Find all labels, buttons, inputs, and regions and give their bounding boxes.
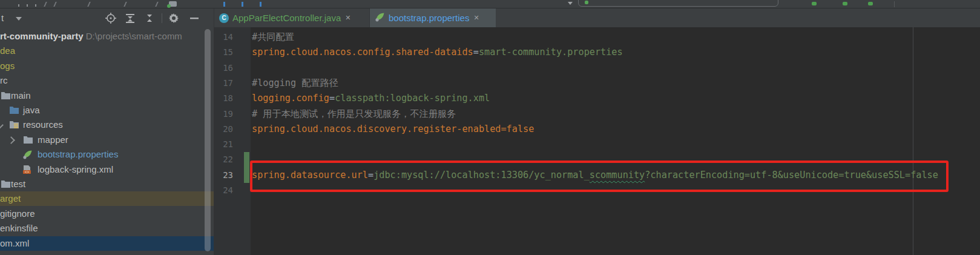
editor-tab-bar: CAppParElectController.java✕bootstrap.pr…	[214, 8, 980, 27]
project-root-row[interactable]: rt-community-party D:\projects\smart-com…	[0, 29, 214, 44]
code-segment: spring.cloud.nacos.config.shared-dataids	[252, 47, 473, 58]
tree-item-label: main	[11, 90, 31, 101]
run-icon-fragment[interactable]	[812, 2, 817, 5]
chevron-down-icon[interactable]	[0, 122, 4, 130]
code-segment: spring.datasource.url	[252, 170, 368, 180]
code-segment: =	[368, 170, 373, 180]
folder-icon	[1, 91, 11, 101]
toolbar-separator	[162, 13, 162, 23]
tree-item-label: om.xml	[0, 238, 29, 248]
code-line-22[interactable]	[251, 152, 252, 167]
code-line-20[interactable]: spring.cloud.nacos.discovery.register-en…	[251, 122, 534, 137]
code-segment: =	[473, 47, 479, 58]
tree-row-resources[interactable]: resources	[0, 118, 214, 132]
tree-item-label: java	[23, 105, 40, 115]
collapse-all-icon[interactable]	[143, 12, 156, 24]
tree-row-enkinsfile[interactable]: enkinsfile	[0, 221, 214, 236]
code-segment: #共同配置	[252, 31, 294, 42]
xml-file-icon: <>	[22, 165, 33, 174]
code-line-24[interactable]	[251, 183, 252, 198]
navbar-blue-tick	[242, 2, 243, 7]
breadcrumb-text-fragment	[27, 4, 28, 7]
close-icon[interactable]: ✕	[473, 15, 479, 21]
line-number: 22	[214, 152, 233, 167]
folder-resources-icon	[9, 120, 19, 130]
code-line-14[interactable]: #共同配置	[251, 30, 294, 45]
line-number: 18	[214, 91, 233, 106]
tree-row-gitignore[interactable]: gitignore	[0, 207, 214, 221]
tab-label: bootstrap.properties	[389, 13, 469, 23]
tree-item-label: enkinsfile	[0, 223, 38, 233]
code-segment: # 用于本地测试，作用是只发现服务，不注册服务	[252, 108, 456, 119]
code-line-23[interactable]: spring.datasource.url=jdbc:mysql://local…	[251, 168, 938, 183]
tree-row-dea[interactable]: dea	[0, 44, 214, 58]
folder-java-icon	[9, 105, 19, 115]
code-segment: ?characterEncoding=utf-8&useUnicode=true…	[645, 170, 938, 180]
code-line-16[interactable]	[251, 61, 252, 76]
close-icon[interactable]: ✕	[345, 15, 350, 21]
navbar-blue-tick	[260, 2, 261, 7]
code-line-15[interactable]: spring.cloud.nacos.config.shared-dataids…	[251, 45, 623, 60]
tree-row-test[interactable]: test	[0, 177, 214, 191]
code-line-19[interactable]: # 用于本地测试，作用是只发现服务，不注册服务	[251, 107, 456, 122]
tree-row-mapper[interactable]: mapper	[0, 133, 214, 147]
tree-row-main[interactable]: main	[0, 88, 214, 103]
line-number: 21	[214, 137, 233, 152]
run-config-combo[interactable]	[578, 0, 778, 7]
tree-item-label: dea	[0, 45, 15, 56]
project-panel-title-fragment: t	[1, 13, 4, 23]
tab-bootstrap.properties[interactable]: bootstrap.properties✕	[370, 8, 496, 27]
breadcrumb-separator-slash	[123, 2, 127, 7]
toolbar-separator	[894, 1, 895, 7]
tree-row-arget[interactable]: arget	[0, 191, 214, 206]
line-number: 20	[214, 122, 233, 137]
folder-icon	[23, 135, 33, 145]
breadcrumb-separator-slash	[53, 2, 57, 7]
locate-icon[interactable]	[105, 12, 117, 24]
code-segment: smart-community.properties	[479, 47, 623, 58]
tree-row-bootstrap.properties[interactable]: bootstrap.properties	[0, 147, 214, 162]
chevron-down-icon[interactable]	[16, 17, 22, 21]
project-panel-header: t	[0, 8, 214, 27]
code-segment: =	[329, 93, 335, 104]
coverage-icon-fragment[interactable]	[868, 2, 873, 5]
settings-gear-icon[interactable]	[168, 12, 180, 24]
vcs-added-lines-marker	[244, 152, 249, 183]
tree-item-label: rc	[0, 75, 8, 85]
expand-all-icon[interactable]	[124, 12, 136, 24]
combo-caret[interactable]	[568, 2, 573, 5]
folder-icon	[1, 179, 11, 189]
line-number: 23	[214, 168, 233, 183]
debug-icon-fragment[interactable]	[843, 2, 847, 5]
tree-item-label: gitignore	[0, 208, 35, 219]
ide-window: t CAppParElectController.java✕bootstrap.…	[0, 0, 980, 255]
tree-row-rc[interactable]: rc	[0, 73, 214, 88]
main-toolbar-fragment	[0, 0, 980, 8]
navbar-blue-tick	[223, 2, 225, 7]
tree-item-label: logback-spring.xml	[38, 164, 113, 174]
navbar-file-icon	[169, 1, 177, 7]
tree-item-label: resources	[23, 119, 63, 130]
code-segment: jdbc:mysql://localhost:13306/yc_normal_	[373, 170, 590, 180]
tree-row-om.xml[interactable]: om.xml	[0, 236, 214, 251]
code-line-21[interactable]	[251, 137, 252, 152]
java-class-icon: C	[219, 13, 229, 23]
code-segment: scommunity	[590, 170, 645, 180]
code-segment: classpath:logback-spring.xml	[335, 93, 490, 104]
hide-panel-icon[interactable]	[188, 12, 200, 24]
code-line-18[interactable]: logging.config=classpath:logback-spring.…	[251, 91, 490, 106]
chevron-right-icon[interactable]	[7, 136, 15, 144]
code-line-17[interactable]: #logging 配置路径	[251, 76, 338, 91]
right-margin-guide	[913, 27, 913, 255]
tree-row-logback-spring.xml[interactable]: <>logback-spring.xml	[0, 162, 214, 177]
tree-row-java[interactable]: java	[0, 103, 214, 118]
line-number: 16	[214, 61, 233, 76]
tab-AppParElectController.java[interactable]: CAppParElectController.java✕	[214, 8, 370, 27]
line-number: 15	[214, 45, 233, 60]
tree-item-label: test	[11, 179, 25, 189]
breadcrumb-separator-slash	[44, 2, 47, 7]
editor-pane[interactable]: 1415161718192021222324 #共同配置spring.cloud…	[214, 27, 980, 255]
spring-leaf-icon	[375, 12, 385, 24]
project-tree-scrollbar[interactable]	[205, 29, 211, 251]
tree-row-ogs[interactable]: ogs	[0, 59, 214, 73]
